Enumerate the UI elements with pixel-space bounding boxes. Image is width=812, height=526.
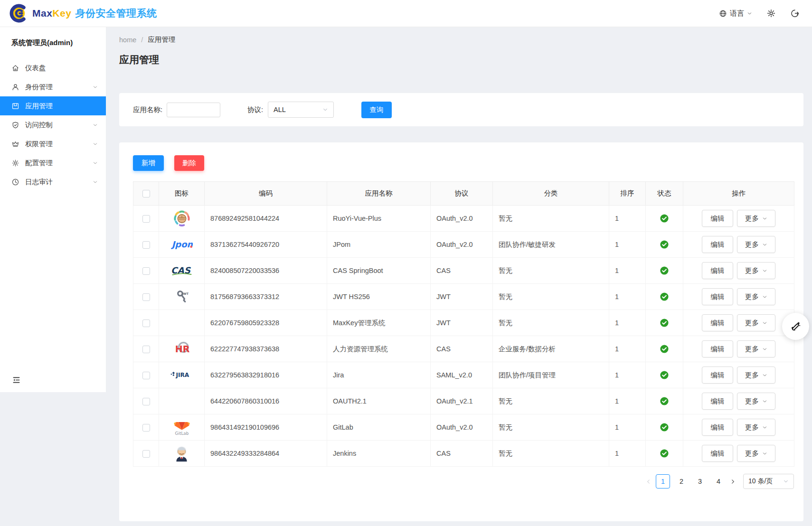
table-card: 新增 删除 图标编码应用名称协议分类排序状态操作 876892492581044… [119, 142, 803, 521]
edit-button[interactable]: 编辑 [702, 340, 733, 357]
page-title: 应用管理 [119, 53, 803, 66]
row-checkbox[interactable] [142, 215, 150, 223]
app-sort: 1 [609, 388, 646, 414]
sidebar-item-label: 配置管理 [25, 159, 53, 168]
column-header: 状态 [646, 182, 683, 206]
app-sort: 1 [609, 362, 646, 388]
edit-button[interactable]: 编辑 [702, 262, 733, 279]
edit-button[interactable]: 编辑 [702, 366, 733, 384]
page-size-select[interactable]: 10 条/页 [743, 474, 794, 489]
sidebar-item-label: 权限管理 [25, 140, 53, 149]
more-button[interactable]: 更多 [737, 340, 775, 357]
page-number-2[interactable]: 2 [674, 474, 689, 488]
prev-page-button[interactable] [645, 479, 651, 485]
breadcrumb-home-link[interactable]: home [119, 36, 136, 44]
sidebar-item-identity[interactable]: 身份管理 [0, 77, 106, 96]
status-enabled-icon [660, 423, 669, 432]
app-code: 837136275440926720 [205, 232, 327, 258]
settings-gear-button[interactable] [766, 9, 776, 18]
edit-button[interactable]: 编辑 [702, 314, 733, 331]
edit-button[interactable]: 编辑 [702, 288, 733, 305]
row-checkbox[interactable] [142, 319, 150, 327]
more-button[interactable]: 更多 [737, 288, 775, 305]
sidebar-item-label: 仪表盘 [25, 64, 46, 73]
edit-button[interactable]: 编辑 [702, 393, 733, 410]
app-category: 团队协作/敏捷研发 [493, 232, 609, 258]
edit-button[interactable]: 编辑 [702, 445, 733, 462]
row-checkbox[interactable] [142, 424, 150, 432]
sidebar-item-access[interactable]: 访问控制 [0, 115, 106, 134]
menu-fold-button[interactable] [12, 376, 21, 385]
sidebar-item-audit[interactable]: 日志审计 [0, 172, 106, 191]
app-protocol: OAuth_v2.0 [431, 232, 493, 258]
sidebar-menu: 仪表盘身份管理应用管理访问控制权限管理配置管理日志审计 [0, 58, 106, 191]
chevron-down-icon [93, 85, 98, 90]
row-checkbox[interactable] [142, 398, 150, 405]
edit-button[interactable]: 编辑 [702, 419, 733, 436]
app-sort: 1 [609, 336, 646, 362]
app-icon-jenkins [173, 445, 190, 462]
row-checkbox[interactable] [142, 372, 150, 379]
chevron-down-icon [747, 11, 752, 16]
table-row: JIRA632279563832918016JiraSAML_v2.0团队协作/… [133, 362, 794, 388]
row-checkbox[interactable] [142, 450, 150, 458]
app-name: CAS SpringBoot [327, 258, 431, 284]
app-name-label: 应用名称: [133, 105, 162, 114]
protocol-select[interactable]: ALL [268, 102, 334, 118]
more-button[interactable]: 更多 [737, 314, 775, 331]
sidebar-item-apps[interactable]: 应用管理 [0, 96, 106, 115]
add-button[interactable]: 新增 [133, 155, 164, 171]
row-checkbox[interactable] [142, 267, 150, 275]
next-page-button[interactable] [730, 479, 736, 485]
brand: MaxKey身份安全管理系统 [9, 3, 157, 23]
page-number-1[interactable]: 1 [656, 474, 670, 488]
protocol-label: 协议: [247, 105, 263, 114]
app-sort: 1 [609, 414, 646, 441]
table-header-row: 图标编码应用名称协议分类排序状态操作 [133, 182, 794, 206]
search-button[interactable]: 查询 [361, 102, 392, 118]
sidebar-item-dashboard[interactable]: 仪表盘 [0, 58, 106, 77]
app-name: Jira [327, 362, 431, 388]
more-button[interactable]: 更多 [737, 262, 775, 279]
more-button[interactable]: 更多 [737, 419, 775, 436]
delete-button[interactable]: 删除 [174, 155, 204, 171]
more-button[interactable]: 更多 [737, 393, 775, 410]
svg-text:JWT: JWT [181, 292, 189, 296]
more-button[interactable]: 更多 [737, 445, 775, 462]
page-number-3[interactable]: 3 [693, 474, 707, 488]
svg-text:HR: HR [175, 344, 189, 354]
chevron-down-icon [93, 160, 98, 166]
edit-button[interactable]: 编辑 [702, 236, 733, 253]
sidebar-item-permission[interactable]: 权限管理 [0, 134, 106, 153]
more-button[interactable]: 更多 [737, 366, 775, 384]
crown-icon [11, 140, 19, 148]
app-code: 622076759805923328 [205, 310, 327, 336]
app-sort: 1 [609, 284, 646, 310]
edit-button[interactable]: 编辑 [702, 210, 733, 227]
app-name: MaxKey管理系统 [327, 310, 431, 336]
select-all-checkbox[interactable] [142, 190, 150, 197]
app-code: 622227747938373638 [205, 336, 327, 362]
row-checkbox[interactable] [142, 293, 150, 301]
logout-icon[interactable] [790, 9, 800, 18]
theme-wand-button[interactable] [782, 313, 809, 340]
table-row: 876892492581044224RuoYi-Vue-PlusOAuth_v2… [133, 206, 794, 232]
app-name: JWT HS256 [327, 284, 431, 310]
status-enabled-icon [660, 214, 669, 223]
app-sort: 1 [609, 206, 646, 232]
status-enabled-icon [660, 292, 669, 301]
app-name-input[interactable] [167, 103, 220, 117]
page-number-4[interactable]: 4 [711, 474, 726, 488]
language-switcher[interactable]: 语言 [719, 9, 752, 18]
more-button[interactable]: 更多 [737, 236, 775, 253]
breadcrumb-current: 应用管理 [148, 35, 175, 44]
row-checkbox[interactable] [142, 346, 150, 353]
app-category: 暂无 [493, 414, 609, 441]
row-checkbox[interactable] [142, 241, 150, 249]
column-header: 应用名称 [327, 182, 431, 206]
home-icon [11, 64, 19, 72]
sidebar-item-config[interactable]: 配置管理 [0, 153, 106, 172]
sidebar: 系统管理员(admin) 仪表盘身份管理应用管理访问控制权限管理配置管理日志审计 [0, 27, 106, 392]
table-row: JWT817568793663373312JWT HS256JWT暂无1编辑更多 [133, 284, 794, 310]
more-button[interactable]: 更多 [737, 210, 775, 227]
